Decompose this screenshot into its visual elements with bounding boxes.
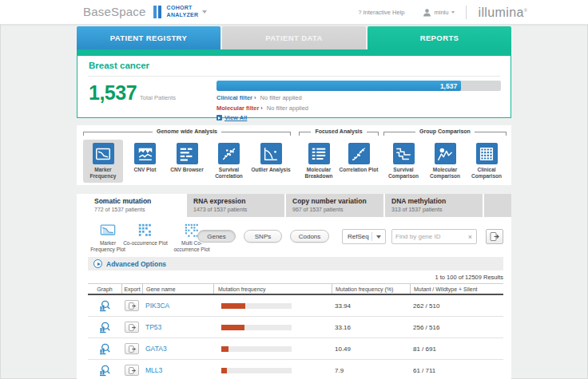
cnv-browser-icon [177,143,198,164]
chevron-down-icon[interactable] [202,10,207,14]
molecular-filter-row: Molecular filter › No filter applied [217,104,501,112]
gene-link[interactable]: MLL3 [145,366,162,374]
mutant-ratio: 256 / 516 [410,324,503,331]
molecular-comparison-icon [435,143,456,164]
header-right: ? Interactive Help minlu illumina® [358,0,588,25]
results-table: Graph Export Gene name Mutation frequenc… [88,283,503,379]
graph-zoom-icon[interactable] [98,299,111,312]
molecular-filter-link[interactable]: Molecular filter [217,105,259,112]
interactive-help-link[interactable]: ? Interactive Help [358,9,404,16]
total-patients-label: Total Patients [140,94,176,101]
active-tab-strip [77,49,511,56]
advanced-options[interactable]: Advanced Options [88,257,503,270]
app-window: BaseSpace COHORT ANALYZER ? Interactive … [0,0,588,379]
gene-search-input[interactable] [392,233,464,240]
export-row-button[interactable] [125,343,139,354]
product-name: COHORT ANALYZER [167,5,199,18]
export-results-button[interactable] [486,229,503,244]
graph-zoom-icon[interactable] [98,364,111,377]
group-label: Focused Analysis [311,128,366,139]
export-icon [128,345,137,353]
molecular-filter-status: No filter applied [267,105,308,112]
total-patients-count: 1,537 [89,81,137,104]
cohort-filter-block: 1,537 Clinical filter › No filter applie… [217,81,501,121]
tab-reports[interactable]: REPORTS [368,26,511,49]
product-line1: COHORT [167,5,193,10]
toggle-codons[interactable]: Codons [290,230,329,243]
tab-somatic-mutation[interactable]: Somatic mutation 772 of 1537 patients [88,194,187,217]
analysis-item-survival-correlation[interactable]: Survival Correlation [209,140,249,183]
group-label: Genome wide Analysis [153,128,221,139]
basespace-logo: BaseSpace [83,5,146,18]
frequency-pct: 33.94 [332,302,410,310]
clear-icon[interactable]: × [464,233,476,241]
group-bracket: Group Comparison [383,128,507,139]
frequency-pct: 33.16 [332,324,410,331]
graph-zoom-icon[interactable] [98,342,111,355]
analysis-item-molecular-breakdown[interactable]: Molecular Breakdown [299,140,339,183]
molecular-breakdown-icon [308,143,330,164]
user-caret-icon [451,11,455,14]
export-icon [128,323,137,332]
view-all-link[interactable]: View All [224,114,247,121]
analysis-item-survival-comparison[interactable]: Survival Comparison [383,140,423,183]
gene-search: × [391,229,477,244]
gene-link[interactable]: GATA3 [145,345,167,353]
analysis-item-correlation-plot[interactable]: Correlation Plot [339,140,379,183]
group-comparison: Group Comparison Survival Comparison Mol… [383,128,507,183]
analysis-item-marker-frequency[interactable]: Marker Frequency [83,140,123,183]
group-bracket: Focused Analysis [299,128,379,139]
clinical-filter-link[interactable]: Clinical filter [217,94,252,101]
nav-tabs: PATIENT REGISTRY PATIENT DATA REPORTS [77,26,511,49]
title-divider [88,76,500,77]
product-line2: ANALYZER [167,12,199,18]
plot-type-co-occurrence[interactable]: Co-occurrence Plot [123,223,168,247]
graph-zoom-icon[interactable] [98,321,111,334]
table-header: Graph Export Gene name Mutation frequenc… [88,283,503,295]
export-row-button[interactable] [125,300,139,311]
frequency-pct: 7.9 [332,367,410,374]
frequency-bar [221,303,292,309]
cohort-summary-panel: Breast cancer 1,537Total Patients 1,537 … [77,56,511,118]
clinical-filter-row: Clinical filter › No filter applied [217,93,501,101]
analysis-item-molecular-comparison[interactable]: Molecular Comparison [425,140,465,183]
tab-patient-registry[interactable]: PATIENT REGISTRY [77,26,220,49]
tab-dna-methylation[interactable]: DNA methylation 313 of 1537 patients [385,194,484,217]
refseq-select[interactable]: RefSeq [342,229,386,244]
export-row-button[interactable] [125,365,139,376]
frequency-bar [221,368,292,373]
toggle-genes[interactable]: Genes [197,230,236,243]
progress-value: 1,537 [440,82,457,90]
analysis-item-clinical-comparison[interactable]: Clinical Comparison [467,140,507,183]
total-patients: 1,537Total Patients [89,81,176,105]
analysis-item-outlier-analysis[interactable]: Outlier Analysis [251,140,291,183]
top-header: BaseSpace COHORT ANALYZER ? Interactive … [0,0,588,25]
clinical-comparison-icon [476,143,498,164]
toggle-snps[interactable]: SNPs [244,230,282,243]
survival-comparison-icon [393,143,415,164]
gene-link[interactable]: TP53 [145,323,161,331]
mutant-ratio: 81 / 691 [410,345,503,353]
analysis-item-cnv-browser[interactable]: CNV Browser [167,140,207,183]
tab-patient-data[interactable]: PATIENT DATA [222,26,366,49]
view-all[interactable]: View All [217,114,501,121]
brand-block: BaseSpace COHORT ANALYZER [83,5,207,18]
tab-copy-number-variation[interactable]: Copy number variation 967 of 1537 patien… [286,194,385,217]
group-genome-wide: Genome wide Analysis Marker Frequency CN… [83,128,291,183]
marker-frequency-icon [93,143,114,164]
frequency-bar [221,325,292,330]
analysis-selector-panel: Genome wide Analysis Marker Frequency CN… [77,125,511,185]
co-occurrence-plot-icon [137,223,153,239]
username: minlu [435,9,449,16]
cnv-plot-icon [134,143,156,164]
mutant-ratio: 61 / 711 [410,367,503,374]
user-menu[interactable]: minlu [423,8,455,17]
group-bracket: Genome wide Analysis [83,128,291,139]
tab-rna-expression[interactable]: RNA expression 1473 of 1537 patients [187,194,286,217]
export-row-button[interactable] [125,322,139,333]
frequency-bar [221,346,292,352]
analysis-item-cnv-plot[interactable]: CNV Plot [125,140,165,183]
gene-link[interactable]: PIK3CA [145,302,169,310]
basespace-bars-icon [153,6,161,18]
report-panel: Somatic mutation 772 of 1537 patients RN… [77,194,511,379]
